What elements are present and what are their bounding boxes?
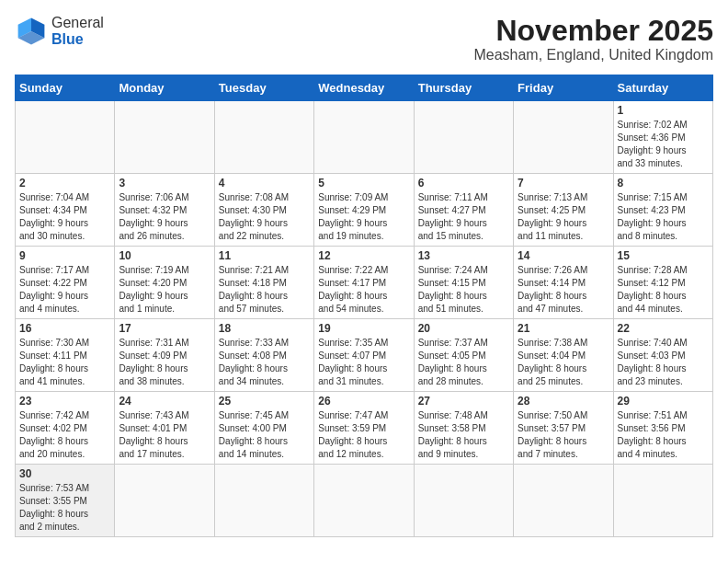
weekday-header-row: SundayMondayTuesdayWednesdayThursdayFrid… <box>16 75 713 101</box>
calendar-cell: 6Sunrise: 7:11 AM Sunset: 4:27 PM Daylig… <box>414 174 513 247</box>
logo-text: General Blue <box>51 15 104 47</box>
title-area: November 2025 Measham, England, United K… <box>473 15 713 63</box>
calendar-cell: 19Sunrise: 7:35 AM Sunset: 4:07 PM Dayli… <box>314 319 414 392</box>
calendar-cell: 12Sunrise: 7:22 AM Sunset: 4:17 PM Dayli… <box>314 247 414 319</box>
calendar-cell <box>16 101 115 174</box>
day-number: 23 <box>19 395 110 408</box>
day-info: Sunrise: 7:37 AM Sunset: 4:05 PM Dayligh… <box>418 337 509 388</box>
calendar-cell: 24Sunrise: 7:43 AM Sunset: 4:01 PM Dayli… <box>115 392 214 465</box>
weekday-header-thursday: Thursday <box>414 75 513 101</box>
day-number: 21 <box>518 322 609 335</box>
day-info: Sunrise: 7:28 AM Sunset: 4:12 PM Dayligh… <box>618 264 709 316</box>
weekday-header-saturday: Saturday <box>613 75 712 101</box>
day-number: 19 <box>318 322 409 335</box>
page-header: General Blue November 2025 Measham, Engl… <box>15 15 713 63</box>
calendar-cell: 23Sunrise: 7:42 AM Sunset: 4:02 PM Dayli… <box>16 392 115 465</box>
day-info: Sunrise: 7:17 AM Sunset: 4:22 PM Dayligh… <box>19 264 110 316</box>
day-info: Sunrise: 7:51 AM Sunset: 3:56 PM Dayligh… <box>618 409 709 461</box>
calendar-cell: 11Sunrise: 7:21 AM Sunset: 4:18 PM Dayli… <box>214 247 313 319</box>
week-row-3: 9Sunrise: 7:17 AM Sunset: 4:22 PM Daylig… <box>16 247 713 319</box>
calendar-cell <box>414 465 513 537</box>
day-info: Sunrise: 7:22 AM Sunset: 4:17 PM Dayligh… <box>318 264 409 316</box>
calendar: SundayMondayTuesdayWednesdayThursdayFrid… <box>15 75 713 537</box>
day-number: 6 <box>418 177 509 190</box>
weekday-header-wednesday: Wednesday <box>314 75 414 101</box>
day-info: Sunrise: 7:31 AM Sunset: 4:09 PM Dayligh… <box>119 337 210 388</box>
calendar-cell: 27Sunrise: 7:48 AM Sunset: 3:58 PM Dayli… <box>414 392 513 465</box>
calendar-cell: 17Sunrise: 7:31 AM Sunset: 4:09 PM Dayli… <box>115 319 214 392</box>
day-number: 26 <box>318 395 409 408</box>
day-info: Sunrise: 7:30 AM Sunset: 4:11 PM Dayligh… <box>19 337 110 388</box>
day-number: 7 <box>518 177 609 190</box>
day-number: 2 <box>19 177 110 190</box>
day-number: 27 <box>418 395 509 408</box>
day-number: 15 <box>618 249 709 262</box>
day-number: 8 <box>618 177 709 190</box>
calendar-cell: 20Sunrise: 7:37 AM Sunset: 4:05 PM Dayli… <box>414 319 513 392</box>
calendar-cell: 4Sunrise: 7:08 AM Sunset: 4:30 PM Daylig… <box>214 174 313 247</box>
calendar-cell: 29Sunrise: 7:51 AM Sunset: 3:56 PM Dayli… <box>613 392 712 465</box>
calendar-cell: 7Sunrise: 7:13 AM Sunset: 4:25 PM Daylig… <box>514 174 613 247</box>
logo-general: General <box>51 15 104 30</box>
calendar-cell: 10Sunrise: 7:19 AM Sunset: 4:20 PM Dayli… <box>115 247 214 319</box>
day-number: 9 <box>19 249 110 262</box>
day-number: 29 <box>618 395 709 408</box>
calendar-cell: 15Sunrise: 7:28 AM Sunset: 4:12 PM Dayli… <box>613 247 712 319</box>
week-row-4: 16Sunrise: 7:30 AM Sunset: 4:11 PM Dayli… <box>16 319 713 392</box>
day-info: Sunrise: 7:33 AM Sunset: 4:08 PM Dayligh… <box>219 337 310 388</box>
calendar-cell: 13Sunrise: 7:24 AM Sunset: 4:15 PM Dayli… <box>414 247 513 319</box>
week-row-1: 1Sunrise: 7:02 AM Sunset: 4:36 PM Daylig… <box>16 101 713 174</box>
calendar-cell: 18Sunrise: 7:33 AM Sunset: 4:08 PM Dayli… <box>214 319 313 392</box>
weekday-header-monday: Monday <box>115 75 214 101</box>
day-number: 30 <box>19 467 110 480</box>
calendar-cell <box>514 465 613 537</box>
day-number: 16 <box>19 322 110 335</box>
day-number: 18 <box>219 322 310 335</box>
day-number: 3 <box>119 177 210 190</box>
day-number: 25 <box>219 395 310 408</box>
calendar-cell: 8Sunrise: 7:15 AM Sunset: 4:23 PM Daylig… <box>613 174 712 247</box>
day-info: Sunrise: 7:21 AM Sunset: 4:18 PM Dayligh… <box>219 264 310 316</box>
day-number: 14 <box>518 249 609 262</box>
calendar-cell: 3Sunrise: 7:06 AM Sunset: 4:32 PM Daylig… <box>115 174 214 247</box>
calendar-cell: 5Sunrise: 7:09 AM Sunset: 4:29 PM Daylig… <box>314 174 414 247</box>
day-info: Sunrise: 7:42 AM Sunset: 4:02 PM Dayligh… <box>19 409 110 461</box>
calendar-cell: 25Sunrise: 7:45 AM Sunset: 4:00 PM Dayli… <box>214 392 313 465</box>
calendar-cell <box>613 465 712 537</box>
calendar-cell: 2Sunrise: 7:04 AM Sunset: 4:34 PM Daylig… <box>16 174 115 247</box>
day-number: 12 <box>318 249 409 262</box>
weekday-header-friday: Friday <box>514 75 613 101</box>
week-row-6: 30Sunrise: 7:53 AM Sunset: 3:55 PM Dayli… <box>16 465 713 537</box>
day-number: 1 <box>618 104 709 117</box>
calendar-cell <box>514 101 613 174</box>
day-number: 28 <box>518 395 609 408</box>
day-info: Sunrise: 7:15 AM Sunset: 4:23 PM Dayligh… <box>618 191 709 243</box>
day-number: 20 <box>418 322 509 335</box>
day-number: 4 <box>219 177 310 190</box>
calendar-cell <box>314 465 414 537</box>
calendar-cell: 21Sunrise: 7:38 AM Sunset: 4:04 PM Dayli… <box>514 319 613 392</box>
day-info: Sunrise: 7:13 AM Sunset: 4:25 PM Dayligh… <box>518 191 609 243</box>
day-info: Sunrise: 7:45 AM Sunset: 4:00 PM Dayligh… <box>219 409 310 461</box>
day-info: Sunrise: 7:35 AM Sunset: 4:07 PM Dayligh… <box>318 337 409 388</box>
calendar-cell: 14Sunrise: 7:26 AM Sunset: 4:14 PM Dayli… <box>514 247 613 319</box>
calendar-cell <box>214 465 313 537</box>
day-number: 13 <box>418 249 509 262</box>
calendar-cell: 1Sunrise: 7:02 AM Sunset: 4:36 PM Daylig… <box>613 101 712 174</box>
day-info: Sunrise: 7:04 AM Sunset: 4:34 PM Dayligh… <box>19 191 110 243</box>
day-info: Sunrise: 7:48 AM Sunset: 3:58 PM Dayligh… <box>418 409 509 461</box>
weekday-header-tuesday: Tuesday <box>214 75 313 101</box>
weekday-header-sunday: Sunday <box>16 75 115 101</box>
day-info: Sunrise: 7:08 AM Sunset: 4:30 PM Dayligh… <box>219 191 310 243</box>
calendar-cell: 28Sunrise: 7:50 AM Sunset: 3:57 PM Dayli… <box>514 392 613 465</box>
calendar-cell: 26Sunrise: 7:47 AM Sunset: 3:59 PM Dayli… <box>314 392 414 465</box>
calendar-cell: 30Sunrise: 7:53 AM Sunset: 3:55 PM Dayli… <box>16 465 115 537</box>
day-info: Sunrise: 7:24 AM Sunset: 4:15 PM Dayligh… <box>418 264 509 316</box>
day-info: Sunrise: 7:47 AM Sunset: 3:59 PM Dayligh… <box>318 409 409 461</box>
logo-icon <box>15 15 48 48</box>
day-info: Sunrise: 7:40 AM Sunset: 4:03 PM Dayligh… <box>618 337 709 388</box>
day-info: Sunrise: 7:02 AM Sunset: 4:36 PM Dayligh… <box>618 119 709 170</box>
calendar-cell <box>115 101 214 174</box>
calendar-cell: 16Sunrise: 7:30 AM Sunset: 4:11 PM Dayli… <box>16 319 115 392</box>
day-info: Sunrise: 7:06 AM Sunset: 4:32 PM Dayligh… <box>119 191 210 243</box>
